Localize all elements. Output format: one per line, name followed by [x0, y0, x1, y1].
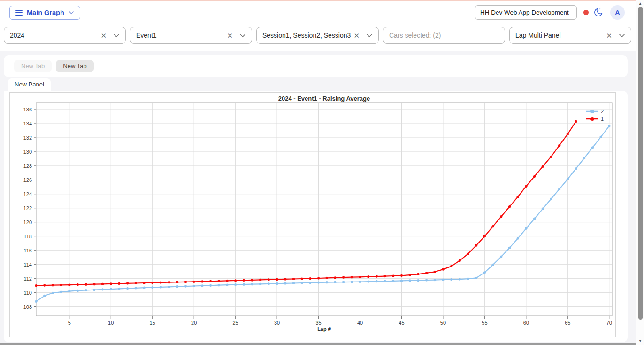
cars-filter[interactable]: Cars selected: (2) — [383, 27, 505, 44]
clear-icon[interactable]: ✕ — [353, 32, 360, 39]
svg-text:30: 30 — [274, 320, 280, 326]
lap-chart-panel: 1081101121141161181201221241261281301321… — [9, 92, 616, 337]
avatar[interactable]: A — [610, 5, 625, 20]
year-filter-value: 2024 — [10, 31, 98, 39]
svg-text:Lap #: Lap # — [317, 326, 331, 332]
sessions-filter[interactable]: Session1, Session2, Session3 ✕ — [256, 27, 379, 44]
svg-text:5: 5 — [68, 320, 71, 326]
sessions-filter-value: Session1, Session2, Session3 — [262, 31, 351, 39]
svg-text:108: 108 — [23, 304, 32, 310]
svg-text:114: 114 — [23, 262, 32, 267]
svg-text:116: 116 — [23, 248, 32, 253]
svg-text:2024 - Event1 - Raising Averag: 2024 - Event1 - Raising Average — [278, 95, 370, 102]
tab-strip-card: New Tab New Tab — [4, 55, 628, 77]
tab-new-tab-1[interactable]: New Tab — [14, 60, 52, 72]
year-filter[interactable]: 2024 ✕ — [4, 27, 126, 44]
horizontal-scrollbar[interactable] — [0, 343, 636, 345]
svg-text:10: 10 — [108, 320, 114, 326]
vertical-scrollbar-thumb[interactable] — [638, 7, 643, 320]
status-dot — [583, 10, 589, 15]
workspace-select[interactable]: HH Dev Web App Development — [475, 5, 577, 20]
chevron-down-icon[interactable] — [113, 33, 120, 38]
svg-text:45: 45 — [399, 320, 404, 326]
avatar-initial: A — [615, 8, 620, 16]
chevron-down-icon[interactable] — [619, 33, 625, 38]
svg-text:132: 132 — [23, 135, 32, 141]
tab-strip: New Tab New Tab — [4, 55, 628, 72]
svg-text:128: 128 — [23, 163, 32, 169]
panel-type-filter-value: Lap Multi Panel — [515, 31, 603, 39]
chevron-down-icon — [69, 11, 74, 15]
svg-text:70: 70 — [606, 320, 612, 326]
scroll-up-icon[interactable]: ▲ — [636, 1, 644, 7]
svg-text:35: 35 — [315, 320, 321, 326]
svg-text:130: 130 — [23, 149, 32, 155]
svg-text:134: 134 — [23, 121, 32, 126]
svg-text:20: 20 — [191, 320, 197, 326]
event-filter-value: Event1 — [136, 31, 224, 39]
chevron-down-icon[interactable] — [239, 33, 246, 38]
chevron-down-icon[interactable] — [366, 33, 373, 38]
scroll-down-icon[interactable]: ▼ — [636, 338, 644, 344]
cars-filter-placeholder: Cars selected: (2) — [389, 31, 499, 39]
moon-icon — [593, 7, 604, 17]
svg-text:136: 136 — [23, 107, 32, 112]
svg-text:2: 2 — [601, 109, 604, 114]
svg-text:120: 120 — [23, 220, 32, 225]
panel-tab-new-panel[interactable]: New Panel — [8, 78, 51, 91]
svg-text:112: 112 — [23, 276, 32, 282]
svg-text:25: 25 — [233, 320, 238, 326]
vertical-scrollbar[interactable]: ▲ ▼ — [636, 0, 644, 345]
svg-text:126: 126 — [23, 177, 32, 183]
svg-text:40: 40 — [357, 320, 363, 326]
workspace-label: HH Dev Web App Development — [480, 9, 569, 16]
dark-mode-toggle[interactable] — [593, 7, 604, 17]
svg-text:55: 55 — [482, 320, 487, 326]
svg-text:124: 124 — [23, 191, 32, 197]
svg-text:122: 122 — [23, 205, 32, 211]
event-filter[interactable]: Event1 ✕ — [130, 27, 252, 44]
clear-icon[interactable]: ✕ — [227, 32, 233, 39]
tab-new-tab-2[interactable]: New Tab — [56, 60, 93, 72]
svg-text:110: 110 — [23, 290, 32, 296]
svg-text:1: 1 — [601, 116, 604, 122]
panel-type-filter[interactable]: Lap Multi Panel ✕ — [509, 27, 631, 44]
main-graph-menu-button[interactable]: Main Graph — [9, 6, 80, 20]
svg-text:15: 15 — [150, 320, 155, 326]
svg-text:60: 60 — [523, 320, 529, 326]
svg-text:50: 50 — [440, 320, 446, 326]
svg-text:65: 65 — [565, 320, 570, 326]
lap-chart: 1081101121141161181201221241261281301321… — [10, 93, 615, 337]
clear-icon[interactable]: ✕ — [606, 32, 612, 39]
hamburger-icon — [15, 10, 23, 16]
svg-text:118: 118 — [23, 234, 32, 239]
clear-icon[interactable]: ✕ — [100, 32, 107, 39]
main-graph-label: Main Graph — [27, 9, 64, 16]
